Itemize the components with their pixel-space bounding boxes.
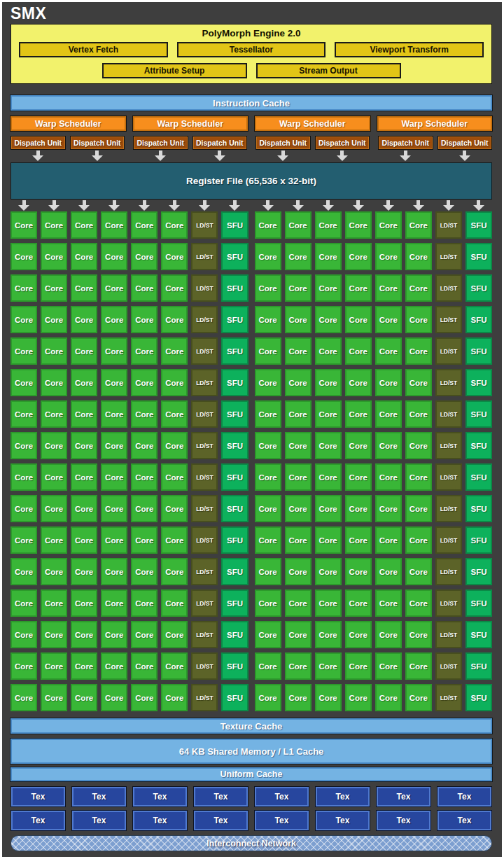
core-cell: Core: [375, 211, 402, 239]
arrow-head: [214, 155, 225, 161]
core-grid-row: CoreCoreCoreCoreCoreCoreLD/STSFUCoreCore…: [10, 400, 492, 428]
core-cell: Core: [161, 558, 188, 585]
core-cell: Core: [315, 274, 342, 302]
core-cell: Core: [101, 274, 127, 302]
ldst-cell: LD/ST: [435, 495, 462, 522]
ldst-cell: LD/ST: [435, 369, 462, 396]
tex-unit: Tex: [315, 786, 370, 807]
arrow-head: [32, 155, 43, 161]
core-cell: Core: [375, 463, 402, 491]
sfu-cell: SFU: [221, 558, 248, 585]
tex-unit: Tex: [10, 810, 66, 831]
core-cell: Core: [101, 495, 127, 522]
arrow-head: [155, 155, 166, 161]
core-cell: Core: [345, 306, 372, 333]
arrow-head: [108, 205, 120, 211]
core-cell: Core: [345, 432, 372, 459]
ldst-cell: LD/ST: [435, 432, 462, 459]
core-cell: Core: [315, 621, 342, 648]
core-cell: Core: [71, 432, 97, 459]
core-cell: Core: [405, 211, 432, 239]
core-cell: Core: [255, 652, 281, 680]
core-cell: Core: [10, 243, 37, 270]
core-cell: Core: [375, 589, 402, 617]
arrow-head: [443, 205, 454, 211]
core-cell: Core: [10, 495, 37, 522]
tex-unit: Tex: [132, 810, 188, 831]
down-arrow-icon: [32, 151, 43, 161]
polymorph-unit: Vertex Fetch: [19, 42, 168, 57]
core-cell: Core: [41, 495, 67, 522]
core-cell: Core: [285, 652, 312, 680]
core-cell: Core: [285, 684, 312, 711]
dispatch-unit: Dispatch Unit: [192, 136, 248, 150]
core-cell: Core: [285, 463, 312, 491]
core-cell: Core: [375, 306, 402, 333]
arrow-head: [18, 205, 29, 211]
core-cell: Core: [375, 495, 402, 522]
core-cell: Core: [161, 274, 188, 302]
arrow-head: [400, 155, 411, 161]
core-cell: Core: [161, 684, 188, 711]
arrow-stem: [36, 151, 40, 155]
dispatch-arrows-row: [10, 151, 492, 161]
core-cell: Core: [71, 400, 97, 428]
core-cell: Core: [10, 369, 37, 396]
core-cell: Core: [101, 432, 127, 459]
tex-unit: Tex: [132, 786, 188, 807]
core-cell: Core: [405, 621, 432, 648]
sfu-cell: SFU: [465, 589, 492, 617]
polymorph-unit: Stream Output: [256, 63, 401, 78]
core-cell: Core: [285, 558, 312, 585]
core-cell: Core: [375, 621, 402, 648]
sfu-cell: SFU: [465, 369, 492, 396]
dispatch-unit: Dispatch Unit: [378, 136, 433, 150]
core-cell: Core: [161, 306, 188, 333]
warp-scheduler: Warp Scheduler: [10, 116, 126, 131]
ldst-cell: LD/ST: [435, 400, 462, 428]
ldst-cell: LD/ST: [435, 337, 462, 365]
core-grid-row: CoreCoreCoreCoreCoreCoreLD/STSFUCoreCore…: [10, 369, 492, 396]
core-cell: Core: [131, 463, 158, 491]
core-cell: Core: [71, 211, 97, 239]
arrow-head: [337, 155, 348, 161]
ldst-cell: LD/ST: [435, 558, 462, 585]
uniform-cache-bar: Uniform Cache: [10, 767, 492, 781]
down-arrow-icon: [229, 200, 240, 211]
arrow-stem: [463, 151, 466, 155]
ldst-cell: LD/ST: [191, 621, 218, 648]
arrow-stem: [22, 200, 26, 205]
arrow-stem: [143, 200, 146, 205]
core-cell: Core: [405, 369, 432, 396]
core-cell: Core: [41, 337, 67, 365]
arrow-head: [323, 205, 334, 211]
polymorph-engine-block: PolyMorph Engine 2.0 Vertex FetchTessell…: [10, 24, 492, 84]
polymorph-unit: Tessellator: [177, 42, 326, 57]
core-cell: Core: [71, 463, 97, 491]
core-cell: Core: [71, 495, 97, 522]
core-cell: Core: [375, 432, 402, 459]
tex-unit: Tex: [254, 786, 309, 807]
core-cell: Core: [161, 621, 188, 648]
arrow-slot: [131, 200, 158, 210]
arrow-slot: [378, 151, 433, 161]
ldst-cell: LD/ST: [191, 306, 218, 333]
ldst-cell: LD/ST: [435, 652, 462, 680]
core-cell: Core: [131, 211, 158, 239]
core-cell: Core: [10, 306, 37, 333]
core-cell: Core: [315, 463, 342, 491]
core-grid-row: CoreCoreCoreCoreCoreCoreLD/STSFUCoreCore…: [10, 526, 492, 554]
core-cell: Core: [285, 369, 312, 396]
core-cell: Core: [345, 337, 372, 365]
diagram-content: SMX PolyMorph Engine 2.0 Vertex FetchTes…: [2, 2, 502, 857]
polymorph-unit: Viewport Transform: [335, 42, 484, 57]
core-cell: Core: [285, 306, 312, 333]
sfu-cell: SFU: [221, 243, 248, 270]
sfu-cell: SFU: [465, 684, 492, 711]
sfu-cell: SFU: [465, 211, 492, 239]
arrow-slot: [161, 200, 188, 210]
core-cell: Core: [315, 558, 342, 585]
sfu-cell: SFU: [465, 463, 492, 491]
core-cell: Core: [41, 463, 67, 491]
arrow-slot: [191, 200, 218, 210]
